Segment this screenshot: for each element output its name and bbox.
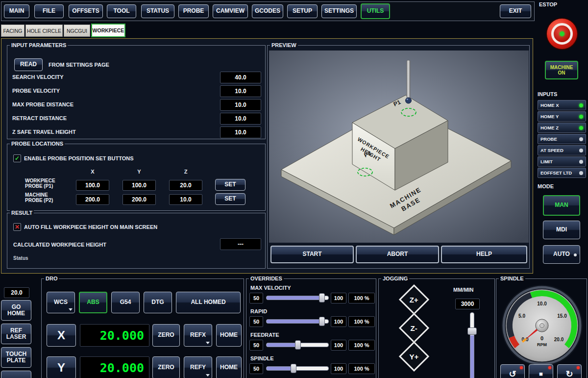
group-title: SPINDLE xyxy=(499,275,525,282)
feedrate-slider[interactable] xyxy=(266,343,329,347)
jog-z-minus-button[interactable]: Z- xyxy=(399,313,429,343)
menu-file-button[interactable]: FILE xyxy=(34,4,64,18)
slider-handle[interactable] xyxy=(291,364,296,373)
probe-velocity-entry[interactable]: 10.0 xyxy=(220,85,261,97)
spindle-stop-button[interactable]: ■ xyxy=(529,364,553,378)
axis-x-button[interactable]: X xyxy=(47,324,76,347)
read-button[interactable]: READ xyxy=(14,58,43,71)
slider-handle[interactable] xyxy=(319,293,325,302)
spindle-rpm-gauge: 0.0 5.0 10.0 15.0 20.0 0 RPM xyxy=(500,284,584,367)
spindle-group: SPINDLE 0.0 5.0 10.0 15.0 20.0 xyxy=(496,278,587,378)
jog-label: Y+ xyxy=(410,352,419,360)
start-button[interactable]: START xyxy=(270,246,354,263)
workpiece-probe-label: WORKPIECEPROBE (P1) xyxy=(25,178,55,189)
machine-probe-label: MACHINEPROBE (P2) xyxy=(25,192,53,203)
spindle-ccw-button[interactable]: ↺ xyxy=(500,364,525,378)
mode-mdi-button[interactable]: MDI xyxy=(543,221,580,239)
wcs-button[interactable]: WCS xyxy=(47,292,75,313)
z-safe-height-entry[interactable]: 10.0 xyxy=(220,126,261,138)
go-home-button[interactable]: GO HOME xyxy=(1,300,31,321)
jog-y-plus-button[interactable]: Y+ xyxy=(399,341,429,372)
probe-locations-group: PROBE LOCATIONS ✓ ENABLE PROBE POSITION … xyxy=(7,144,266,211)
exit-button[interactable]: EXIT xyxy=(500,4,531,18)
slider-handle[interactable] xyxy=(295,340,301,350)
status-led xyxy=(579,115,583,119)
estop-button[interactable] xyxy=(547,19,577,49)
menu-gcodes-button[interactable]: GCODES xyxy=(252,4,283,18)
override-min-button[interactable]: 50 xyxy=(249,293,263,303)
y-home-button[interactable]: HOME xyxy=(216,356,242,378)
jog-label: Z+ xyxy=(410,296,418,304)
p2-y-entry[interactable]: 200.0 xyxy=(122,194,156,205)
p1-y-entry[interactable]: 100.0 xyxy=(122,180,156,191)
menu-probe-button[interactable]: PROBE xyxy=(178,4,209,18)
estop-center-led xyxy=(560,31,564,36)
input-parameters-group: INPUT PARAMETERS READ FROM SETTINGS PAGE… xyxy=(7,45,266,139)
jog-z-plus-button[interactable]: Z+ xyxy=(399,284,429,315)
x-home-button[interactable]: HOME xyxy=(216,324,242,347)
slider-handle[interactable] xyxy=(319,317,325,326)
enable-set-buttons-checkbox[interactable]: ✓ xyxy=(13,154,21,162)
max-velocity-slider[interactable] xyxy=(266,296,329,300)
status-led xyxy=(579,160,583,164)
tab-hole-circle[interactable]: HOLE CIRCLE xyxy=(25,25,63,37)
override-min-button[interactable]: 50 xyxy=(249,340,263,351)
menu-settings-button[interactable]: SETTINGS xyxy=(321,4,357,18)
menu-status-button[interactable]: STATUS xyxy=(141,4,174,18)
p1-set-button[interactable]: SET xyxy=(215,179,245,191)
override-min-button[interactable]: 50 xyxy=(249,316,263,327)
override-max-button[interactable]: 100 xyxy=(331,316,346,327)
abort-button[interactable]: ABORT xyxy=(356,246,439,263)
status-led xyxy=(579,103,583,107)
help-button[interactable]: HELP xyxy=(441,246,527,263)
menu-tool-button[interactable]: TOOL xyxy=(107,4,136,18)
ref-button[interactable]: REF xyxy=(1,371,31,378)
p1-z-entry[interactable]: 20.0 xyxy=(169,180,202,191)
p2-x-entry[interactable]: 200.0 xyxy=(76,194,109,205)
touch-plate-button[interactable]: TOUCH PLATE xyxy=(1,347,31,368)
x-zero-button[interactable]: ZERO xyxy=(152,324,180,347)
override-min-button[interactable]: 50 xyxy=(249,363,263,374)
mode-auto-button[interactable]: AUTO xyxy=(543,245,580,264)
override-max-button[interactable]: 100 xyxy=(331,293,346,303)
jogging-group: JOGGING Z+ Z- Y+ MM/MIN 3000 xyxy=(378,278,495,378)
max-probe-distance-entry[interactable]: 10.0 xyxy=(220,99,261,111)
slider-fill xyxy=(470,335,474,378)
spindle-slider[interactable] xyxy=(266,366,329,371)
g54-button[interactable]: G54 xyxy=(111,292,140,313)
rapid-slider[interactable] xyxy=(266,319,329,324)
p2-set-button[interactable]: SET xyxy=(215,193,245,205)
tab-workpiece[interactable]: WORKPIECE xyxy=(91,24,125,37)
machine-on-button[interactable]: MACHINE ON xyxy=(545,61,578,79)
chevron-down-icon xyxy=(206,342,210,344)
mode-man-button[interactable]: MAN xyxy=(543,195,580,216)
menu-main-button[interactable]: MAIN xyxy=(4,4,29,18)
menu-offsets-button[interactable]: OFFSETS xyxy=(69,4,103,18)
menu-setup-button[interactable]: SETUP xyxy=(287,4,318,18)
axis-y-button[interactable]: Y xyxy=(47,356,76,378)
p1-x-entry[interactable]: 100.0 xyxy=(76,180,109,191)
menu-utils-button[interactable]: UTILS xyxy=(361,3,390,19)
tab-ngcgui[interactable]: NGCGUI xyxy=(64,25,90,37)
p2-z-entry[interactable]: 10.0 xyxy=(169,194,202,205)
indicator-label: EOFFSET LTD xyxy=(540,170,572,176)
retract-distance-entry[interactable]: 10.0 xyxy=(220,113,261,125)
autofill-checkbox[interactable]: ✕ xyxy=(13,223,21,231)
search-velocity-entry[interactable]: 40.0 xyxy=(220,72,261,83)
slider-handle[interactable] xyxy=(467,328,477,335)
y-ref-button[interactable]: REFY xyxy=(184,356,212,378)
max-velocity-percent: 100 % xyxy=(348,293,375,303)
y-zero-button[interactable]: ZERO xyxy=(152,356,180,378)
all-homed-button[interactable]: ALL HOMED xyxy=(176,292,241,313)
menu-camview-button[interactable]: CAMVIEW xyxy=(213,4,248,18)
column-header-y: Y xyxy=(122,169,156,175)
x-ref-button[interactable]: REFX xyxy=(184,324,212,347)
spindle-cw-button[interactable]: ↻ xyxy=(557,364,582,378)
override-max-button[interactable]: 100 xyxy=(331,363,346,374)
ref-laser-button[interactable]: REF LASER xyxy=(1,324,31,344)
override-max-button[interactable]: 100 xyxy=(331,340,346,351)
tab-facing[interactable]: FACING xyxy=(1,25,24,37)
dtg-button[interactable]: DTG xyxy=(144,292,172,313)
abs-button[interactable]: ABS xyxy=(79,292,107,313)
jog-rate-slider[interactable] xyxy=(470,312,474,378)
